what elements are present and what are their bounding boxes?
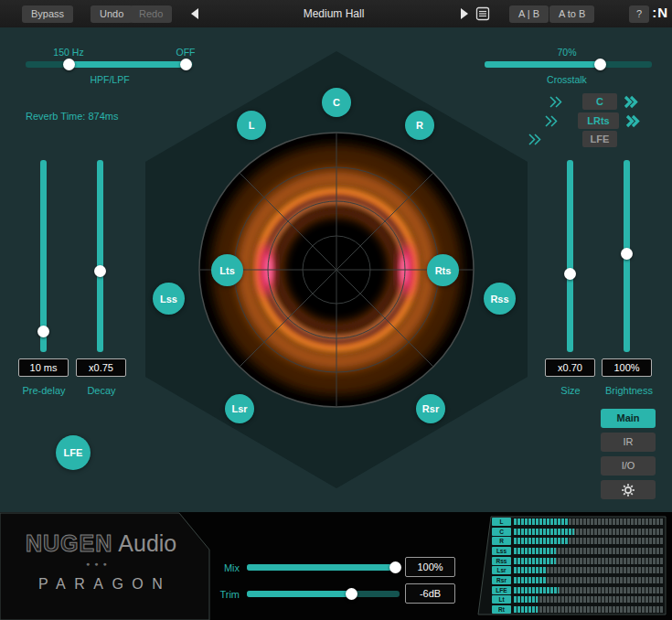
channel-rts[interactable]: Rts bbox=[427, 254, 459, 286]
channel-l[interactable]: L bbox=[237, 111, 266, 140]
trim-slider-fill bbox=[247, 591, 351, 597]
meter-channel-label: Rt bbox=[492, 605, 511, 614]
crosstalk-slider-fill bbox=[485, 61, 600, 68]
meter-row: L bbox=[492, 518, 664, 526]
lpf-handle[interactable] bbox=[180, 59, 192, 70]
meter-row: Lt bbox=[492, 595, 664, 604]
meter-channel-label: Lsr bbox=[492, 566, 511, 574]
route-in-c-icon[interactable] bbox=[548, 94, 563, 110]
decay-fader[interactable] bbox=[97, 160, 103, 352]
meter-channel-label: Lt bbox=[492, 595, 511, 604]
meter-level bbox=[514, 596, 538, 603]
meter-level bbox=[514, 548, 556, 554]
brand-nugen-text: NUGEN bbox=[26, 530, 112, 556]
meter-bar bbox=[514, 606, 664, 613]
nugen-logo-icon: :N bbox=[652, 5, 668, 20]
help-button[interactable]: ? bbox=[629, 5, 649, 23]
meter-channel-label: LFE bbox=[492, 586, 511, 594]
meter-level bbox=[514, 606, 538, 613]
paragon-plugin-window: Bypass Undo Redo Medium Hall A | B A to … bbox=[0, 0, 672, 620]
meter-channel-label: Rss bbox=[492, 557, 511, 565]
meter-bar bbox=[514, 558, 664, 564]
next-preset-icon[interactable] bbox=[457, 6, 472, 21]
predelay-fader-handle[interactable] bbox=[37, 326, 49, 337]
brightness-label: Brightness bbox=[590, 385, 668, 396]
preset-name[interactable]: Medium Hall bbox=[229, 7, 439, 20]
meter-level bbox=[514, 567, 547, 573]
meter-row: Rsr bbox=[492, 576, 664, 584]
redo-button[interactable]: Redo bbox=[130, 5, 172, 23]
meter-level bbox=[514, 538, 568, 544]
mix-slider-fill bbox=[247, 564, 396, 571]
channel-lsr[interactable]: Lsr bbox=[225, 394, 254, 423]
crosstalk-label: Crosstalk bbox=[512, 74, 622, 85]
crosstalk-value-label: 70% bbox=[535, 47, 599, 58]
meter-row: C bbox=[492, 528, 664, 536]
brand-wordmark: NUGENAudio bbox=[26, 530, 176, 557]
route-c-button[interactable]: C bbox=[582, 93, 617, 110]
meter-row: R bbox=[492, 537, 664, 545]
ab-compare-button[interactable]: A | B bbox=[509, 5, 549, 23]
route-lrts-button[interactable]: LRts bbox=[578, 112, 619, 129]
channel-lss[interactable]: Lss bbox=[153, 283, 185, 315]
filter-label: HPF/LPF bbox=[55, 74, 165, 85]
brand-audio-text: Audio bbox=[118, 530, 176, 556]
ir-page-button[interactable]: IR bbox=[601, 433, 656, 452]
predelay-value[interactable]: 10 ms bbox=[18, 358, 69, 377]
channel-lfe[interactable]: LFE bbox=[56, 435, 91, 470]
brightness-fader-handle[interactable] bbox=[621, 248, 633, 260]
io-page-button[interactable]: I/O bbox=[601, 456, 656, 476]
mix-handle[interactable] bbox=[389, 561, 401, 573]
route-lfe-button[interactable]: LFE bbox=[582, 131, 617, 147]
decay-label: Decay bbox=[65, 385, 138, 396]
trim-label: Trim bbox=[199, 589, 240, 600]
meter-row: LFE bbox=[492, 586, 664, 594]
undo-button[interactable]: Undo bbox=[91, 5, 133, 23]
lpf-value-label: OFF bbox=[154, 47, 218, 58]
meter-channel-label: Lss bbox=[492, 547, 511, 555]
channel-r[interactable]: R bbox=[405, 111, 434, 140]
meter-bar bbox=[514, 567, 664, 573]
channel-c[interactable]: C bbox=[322, 88, 351, 117]
route-in-lfe-icon[interactable] bbox=[527, 132, 542, 147]
meter-bar bbox=[514, 596, 664, 603]
meter-bar bbox=[514, 538, 664, 544]
settings-button[interactable] bbox=[601, 480, 656, 499]
size-fader[interactable] bbox=[567, 160, 573, 352]
size-value[interactable]: x0.70 bbox=[545, 358, 595, 377]
top-toolbar: Bypass Undo Redo Medium Hall A | B A to … bbox=[0, 0, 672, 27]
size-fader-handle[interactable] bbox=[564, 268, 576, 280]
main-page-button[interactable]: Main bbox=[601, 409, 656, 428]
meter-level bbox=[514, 529, 574, 535]
preset-list-icon[interactable] bbox=[475, 6, 490, 21]
bypass-button[interactable]: Bypass bbox=[22, 5, 73, 23]
meter-level bbox=[514, 518, 568, 525]
meter-bar bbox=[514, 548, 664, 554]
a-to-b-button[interactable]: A to B bbox=[549, 5, 594, 23]
hpf-handle[interactable] bbox=[63, 59, 75, 70]
mix-value[interactable]: 100% bbox=[405, 557, 455, 577]
decay-value[interactable]: x0.75 bbox=[76, 358, 126, 377]
channel-rss[interactable]: Rss bbox=[484, 283, 516, 315]
product-name: PARAGON bbox=[38, 576, 171, 593]
hpf-lpf-slider-fill bbox=[69, 61, 186, 68]
channel-rsr[interactable]: Rsr bbox=[416, 394, 445, 423]
meter-level bbox=[514, 558, 556, 564]
route-out-lrts-icon[interactable] bbox=[624, 113, 640, 129]
predelay-fader[interactable] bbox=[40, 160, 47, 352]
crosstalk-handle[interactable] bbox=[594, 59, 606, 70]
route-in-lrts-icon[interactable] bbox=[543, 113, 559, 129]
meter-channel-label: L bbox=[492, 518, 511, 526]
meter-channel-label: Rsr bbox=[492, 576, 511, 584]
meter-bar bbox=[514, 518, 664, 525]
route-out-c-icon[interactable] bbox=[623, 94, 638, 110]
meter-level bbox=[514, 587, 559, 593]
brightness-value[interactable]: 100% bbox=[602, 358, 652, 377]
meter-bar bbox=[514, 577, 664, 583]
trim-handle[interactable] bbox=[346, 588, 357, 600]
channel-lts[interactable]: Lts bbox=[211, 254, 243, 286]
decay-fader-handle[interactable] bbox=[94, 265, 106, 277]
meter-level bbox=[514, 577, 547, 583]
previous-preset-icon[interactable] bbox=[188, 6, 203, 21]
trim-value[interactable]: -6dB bbox=[405, 583, 455, 604]
